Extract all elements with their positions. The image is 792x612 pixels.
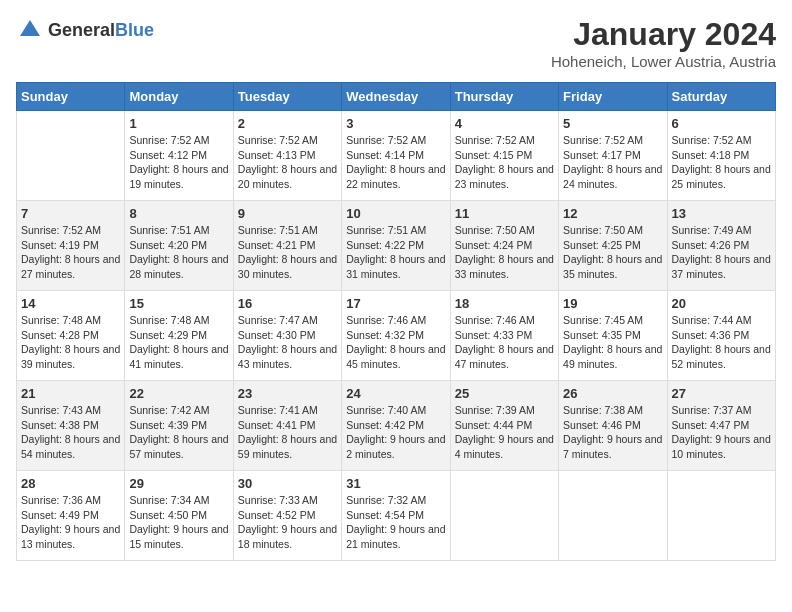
logo: GeneralBlue — [16, 16, 154, 44]
calendar-cell: 29Sunrise: 7:34 AMSunset: 4:50 PMDayligh… — [125, 471, 233, 561]
weekday-header-friday: Friday — [559, 83, 667, 111]
day-number: 8 — [129, 206, 228, 221]
day-number: 19 — [563, 296, 662, 311]
day-info: Sunrise: 7:52 AMSunset: 4:13 PMDaylight:… — [238, 133, 337, 192]
day-number: 7 — [21, 206, 120, 221]
day-number: 4 — [455, 116, 554, 131]
day-number: 10 — [346, 206, 445, 221]
calendar-cell: 18Sunrise: 7:46 AMSunset: 4:33 PMDayligh… — [450, 291, 558, 381]
logo-general: General — [48, 20, 115, 40]
weekday-header-monday: Monday — [125, 83, 233, 111]
calendar-cell: 25Sunrise: 7:39 AMSunset: 4:44 PMDayligh… — [450, 381, 558, 471]
day-number: 30 — [238, 476, 337, 491]
day-number: 21 — [21, 386, 120, 401]
calendar-cell: 21Sunrise: 7:43 AMSunset: 4:38 PMDayligh… — [17, 381, 125, 471]
day-info: Sunrise: 7:43 AMSunset: 4:38 PMDaylight:… — [21, 403, 120, 462]
day-number: 11 — [455, 206, 554, 221]
day-number: 5 — [563, 116, 662, 131]
svg-marker-0 — [20, 20, 40, 36]
day-number: 18 — [455, 296, 554, 311]
logo-icon — [16, 16, 44, 44]
calendar-cell: 22Sunrise: 7:42 AMSunset: 4:39 PMDayligh… — [125, 381, 233, 471]
calendar-cell: 20Sunrise: 7:44 AMSunset: 4:36 PMDayligh… — [667, 291, 775, 381]
day-info: Sunrise: 7:46 AMSunset: 4:32 PMDaylight:… — [346, 313, 445, 372]
calendar-cell: 12Sunrise: 7:50 AMSunset: 4:25 PMDayligh… — [559, 201, 667, 291]
day-info: Sunrise: 7:48 AMSunset: 4:29 PMDaylight:… — [129, 313, 228, 372]
day-number: 22 — [129, 386, 228, 401]
calendar-cell: 10Sunrise: 7:51 AMSunset: 4:22 PMDayligh… — [342, 201, 450, 291]
day-number: 26 — [563, 386, 662, 401]
day-number: 20 — [672, 296, 771, 311]
day-info: Sunrise: 7:51 AMSunset: 4:22 PMDaylight:… — [346, 223, 445, 282]
day-info: Sunrise: 7:52 AMSunset: 4:14 PMDaylight:… — [346, 133, 445, 192]
calendar-cell: 14Sunrise: 7:48 AMSunset: 4:28 PMDayligh… — [17, 291, 125, 381]
weekday-header-thursday: Thursday — [450, 83, 558, 111]
calendar-cell: 27Sunrise: 7:37 AMSunset: 4:47 PMDayligh… — [667, 381, 775, 471]
day-number: 6 — [672, 116, 771, 131]
day-info: Sunrise: 7:37 AMSunset: 4:47 PMDaylight:… — [672, 403, 771, 462]
day-info: Sunrise: 7:41 AMSunset: 4:41 PMDaylight:… — [238, 403, 337, 462]
day-number: 1 — [129, 116, 228, 131]
day-info: Sunrise: 7:38 AMSunset: 4:46 PMDaylight:… — [563, 403, 662, 462]
weekday-header-saturday: Saturday — [667, 83, 775, 111]
day-number: 9 — [238, 206, 337, 221]
day-info: Sunrise: 7:32 AMSunset: 4:54 PMDaylight:… — [346, 493, 445, 552]
weekday-header-tuesday: Tuesday — [233, 83, 341, 111]
day-info: Sunrise: 7:47 AMSunset: 4:30 PMDaylight:… — [238, 313, 337, 372]
calendar-cell: 7Sunrise: 7:52 AMSunset: 4:19 PMDaylight… — [17, 201, 125, 291]
calendar-cell: 17Sunrise: 7:46 AMSunset: 4:32 PMDayligh… — [342, 291, 450, 381]
day-number: 12 — [563, 206, 662, 221]
day-number: 3 — [346, 116, 445, 131]
day-number: 27 — [672, 386, 771, 401]
calendar-cell — [667, 471, 775, 561]
calendar-cell: 28Sunrise: 7:36 AMSunset: 4:49 PMDayligh… — [17, 471, 125, 561]
calendar-cell: 8Sunrise: 7:51 AMSunset: 4:20 PMDaylight… — [125, 201, 233, 291]
day-info: Sunrise: 7:36 AMSunset: 4:49 PMDaylight:… — [21, 493, 120, 552]
calendar-cell: 4Sunrise: 7:52 AMSunset: 4:15 PMDaylight… — [450, 111, 558, 201]
calendar-cell: 2Sunrise: 7:52 AMSunset: 4:13 PMDaylight… — [233, 111, 341, 201]
day-info: Sunrise: 7:48 AMSunset: 4:28 PMDaylight:… — [21, 313, 120, 372]
calendar-cell: 9Sunrise: 7:51 AMSunset: 4:21 PMDaylight… — [233, 201, 341, 291]
calendar-cell — [450, 471, 558, 561]
day-info: Sunrise: 7:44 AMSunset: 4:36 PMDaylight:… — [672, 313, 771, 372]
calendar-cell: 31Sunrise: 7:32 AMSunset: 4:54 PMDayligh… — [342, 471, 450, 561]
calendar-cell: 23Sunrise: 7:41 AMSunset: 4:41 PMDayligh… — [233, 381, 341, 471]
calendar-cell: 26Sunrise: 7:38 AMSunset: 4:46 PMDayligh… — [559, 381, 667, 471]
day-number: 15 — [129, 296, 228, 311]
calendar-cell: 3Sunrise: 7:52 AMSunset: 4:14 PMDaylight… — [342, 111, 450, 201]
day-info: Sunrise: 7:52 AMSunset: 4:19 PMDaylight:… — [21, 223, 120, 282]
calendar-week-row: 14Sunrise: 7:48 AMSunset: 4:28 PMDayligh… — [17, 291, 776, 381]
day-number: 2 — [238, 116, 337, 131]
calendar-table: SundayMondayTuesdayWednesdayThursdayFrid… — [16, 82, 776, 561]
day-number: 31 — [346, 476, 445, 491]
day-number: 16 — [238, 296, 337, 311]
calendar-cell: 11Sunrise: 7:50 AMSunset: 4:24 PMDayligh… — [450, 201, 558, 291]
day-info: Sunrise: 7:42 AMSunset: 4:39 PMDaylight:… — [129, 403, 228, 462]
calendar-cell: 1Sunrise: 7:52 AMSunset: 4:12 PMDaylight… — [125, 111, 233, 201]
day-info: Sunrise: 7:52 AMSunset: 4:18 PMDaylight:… — [672, 133, 771, 192]
calendar-week-row: 1Sunrise: 7:52 AMSunset: 4:12 PMDaylight… — [17, 111, 776, 201]
day-info: Sunrise: 7:49 AMSunset: 4:26 PMDaylight:… — [672, 223, 771, 282]
day-number: 17 — [346, 296, 445, 311]
day-info: Sunrise: 7:51 AMSunset: 4:21 PMDaylight:… — [238, 223, 337, 282]
day-info: Sunrise: 7:33 AMSunset: 4:52 PMDaylight:… — [238, 493, 337, 552]
calendar-week-row: 28Sunrise: 7:36 AMSunset: 4:49 PMDayligh… — [17, 471, 776, 561]
title-area: January 2024 Hoheneich, Lower Austria, A… — [551, 16, 776, 70]
day-number: 23 — [238, 386, 337, 401]
day-info: Sunrise: 7:39 AMSunset: 4:44 PMDaylight:… — [455, 403, 554, 462]
calendar-cell: 19Sunrise: 7:45 AMSunset: 4:35 PMDayligh… — [559, 291, 667, 381]
day-info: Sunrise: 7:50 AMSunset: 4:25 PMDaylight:… — [563, 223, 662, 282]
logo-blue: Blue — [115, 20, 154, 40]
calendar-week-row: 21Sunrise: 7:43 AMSunset: 4:38 PMDayligh… — [17, 381, 776, 471]
day-number: 24 — [346, 386, 445, 401]
weekday-header-sunday: Sunday — [17, 83, 125, 111]
month-title: January 2024 — [551, 16, 776, 53]
day-info: Sunrise: 7:46 AMSunset: 4:33 PMDaylight:… — [455, 313, 554, 372]
calendar-cell: 13Sunrise: 7:49 AMSunset: 4:26 PMDayligh… — [667, 201, 775, 291]
weekday-header-wednesday: Wednesday — [342, 83, 450, 111]
calendar-cell: 5Sunrise: 7:52 AMSunset: 4:17 PMDaylight… — [559, 111, 667, 201]
calendar-cell: 30Sunrise: 7:33 AMSunset: 4:52 PMDayligh… — [233, 471, 341, 561]
day-info: Sunrise: 7:40 AMSunset: 4:42 PMDaylight:… — [346, 403, 445, 462]
day-number: 28 — [21, 476, 120, 491]
header: GeneralBlue January 2024 Hoheneich, Lowe… — [16, 16, 776, 70]
